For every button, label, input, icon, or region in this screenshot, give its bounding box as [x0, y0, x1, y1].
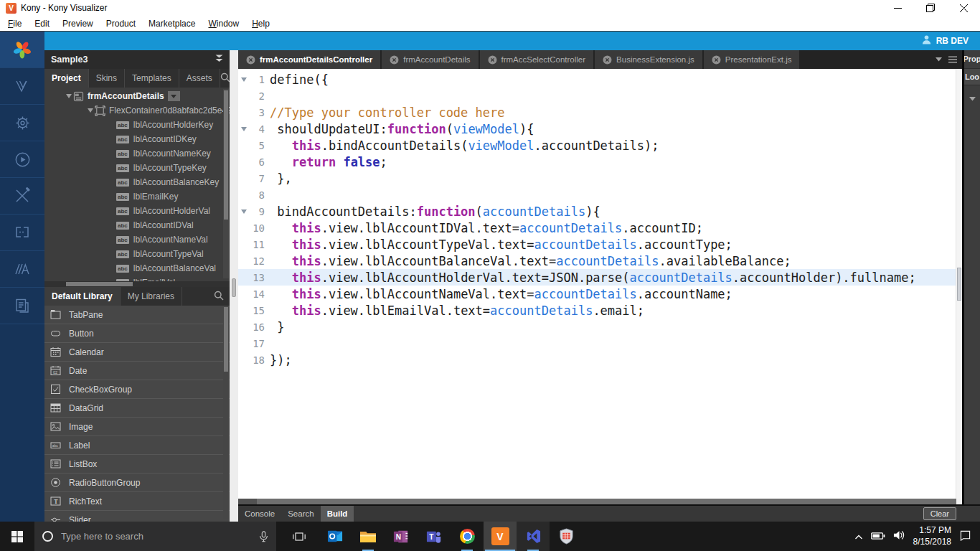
code-line[interactable]: 2: [238, 88, 962, 104]
tree-hscrollbar[interactable]: [44, 281, 230, 287]
library-tab-default-library[interactable]: Default Library: [44, 287, 121, 306]
widget-item-slider[interactable]: Slider: [44, 511, 230, 522]
code-line[interactable]: 17: [238, 335, 962, 352]
close-tab-icon[interactable]: [712, 55, 721, 65]
taskbar-app-onenote[interactable]: N: [385, 522, 418, 551]
search-icon[interactable]: [220, 72, 230, 85]
microphone-icon[interactable]: [259, 531, 268, 542]
tree-item-label-widget[interactable]: abclblAccountBalanceVal: [44, 261, 230, 276]
editor-vscrollbar[interactable]: [956, 69, 962, 499]
console-tab-console[interactable]: Console: [238, 506, 281, 522]
console-tab-build[interactable]: Build: [321, 506, 354, 522]
close-tab-icon[interactable]: [246, 55, 255, 65]
editor-hscrollbar[interactable]: [238, 499, 962, 504]
clear-button[interactable]: Clear: [923, 507, 956, 520]
menu-edit[interactable]: Edit: [28, 19, 56, 29]
menu-window[interactable]: Window: [202, 19, 245, 29]
code-line-highlighted[interactable]: 13 this.view.lblAccountHolderVal.text=JS…: [238, 269, 962, 286]
code-area[interactable]: 1define({23//Type your controller code h…: [238, 69, 962, 499]
panel-splitter[interactable]: [230, 50, 238, 522]
code-line[interactable]: 6 return false;: [238, 154, 962, 170]
editor-tab-BusinessExtension.js[interactable]: BusinessExtension.js: [595, 50, 704, 69]
sidebar-kony-home-icon[interactable]: [0, 32, 44, 68]
form-dropdown-button[interactable]: [168, 91, 180, 101]
sidebar-settings-icon[interactable]: [0, 105, 44, 141]
tree-item-label-widget[interactable]: abclblEmailVal: [44, 276, 230, 281]
code-line[interactable]: 5 this.bindAccountDetails(viewModel.acco…: [238, 137, 962, 154]
code-line[interactable]: 14 this.view.lblAccountNameVal.text=acco…: [238, 286, 962, 302]
tree-item-label-widget[interactable]: abclblAccountHolderVal: [44, 204, 230, 218]
widget-item-tabpane[interactable]: TabPane: [44, 306, 230, 324]
editor-tab-frmAccSelectController[interactable]: frmAccSelectController: [480, 50, 595, 69]
volume-icon[interactable]: [893, 530, 905, 543]
sidebar-canvas-icon[interactable]: [0, 215, 44, 251]
minimize-button[interactable]: [881, 0, 914, 16]
tree-item-label-widget[interactable]: abclblAccountIDVal: [44, 218, 230, 232]
project-tab-skins[interactable]: Skins: [89, 69, 125, 88]
scrollbar-thumb[interactable]: [957, 268, 961, 301]
menu-help[interactable]: Help: [245, 19, 276, 29]
menu-marketplace[interactable]: Marketplace: [142, 19, 202, 29]
menu-product[interactable]: Product: [100, 19, 142, 29]
code-line[interactable]: 12 this.view.lblAccountBalanceVal.text=a…: [238, 253, 962, 269]
tree-item-label-widget[interactable]: abclblAccountHolderKey: [44, 118, 230, 132]
editor-tab-PresentationExt.js[interactable]: PresentationExt.js: [704, 50, 801, 69]
code-line[interactable]: 4 shouldUpdateUI:function(viewModel){: [238, 121, 962, 137]
tree-item-label-widget[interactable]: abclblAccountNameVal: [44, 232, 230, 247]
code-line[interactable]: 7 },: [238, 170, 962, 187]
taskbar-app-teams[interactable]: T: [418, 522, 451, 551]
taskbar-search-input[interactable]: Type here to search: [34, 522, 276, 551]
code-line[interactable]: 10 this.view.lblAccountIDVal.text=accoun…: [238, 220, 962, 236]
project-tab-project[interactable]: Project: [44, 69, 89, 88]
start-button[interactable]: [0, 522, 34, 551]
tree-item-label-widget[interactable]: abclblEmailKey: [44, 189, 230, 204]
editor-tab-frmAccountDetails[interactable]: frmAccountDetails: [382, 50, 479, 69]
code-line[interactable]: 16 }: [238, 319, 962, 335]
close-tab-icon[interactable]: [488, 55, 497, 65]
tree-item-label-widget[interactable]: abclblAccountTypeKey: [44, 161, 230, 175]
chevron-down-icon[interactable]: [969, 94, 976, 103]
sidebar-build-tools-icon[interactable]: [0, 178, 44, 215]
tree-item-label-widget[interactable]: abclblAccountBalanceKey: [44, 175, 230, 189]
expander-icon[interactable]: [86, 108, 95, 113]
battery-icon[interactable]: [871, 530, 885, 543]
splitter-grip[interactable]: [232, 278, 236, 297]
sidebar-typography-icon[interactable]: [0, 251, 44, 288]
taskbar-app-outlook[interactable]: [319, 522, 352, 551]
collapse-panel-icon[interactable]: [215, 55, 223, 65]
sidebar-visualizer-icon[interactable]: [0, 68, 44, 105]
tree-item-label-widget[interactable]: abclblAccountNameKey: [44, 146, 230, 161]
code-line[interactable]: 15 this.view.lblEmailVal.text=accountDet…: [238, 302, 962, 319]
sidebar-preview-icon[interactable]: [0, 141, 44, 178]
project-tab-templates[interactable]: Templates: [125, 69, 179, 88]
widget-item-listbox[interactable]: ListBox: [44, 455, 230, 474]
close-tab-icon[interactable]: [390, 55, 399, 65]
widget-item-image[interactable]: Image: [44, 418, 230, 436]
widget-item-date[interactable]: 02Date: [44, 362, 230, 380]
widget-item-richtext[interactable]: TRichText: [44, 492, 230, 511]
tray-chevron-up-icon[interactable]: [854, 530, 863, 543]
tree-item-form[interactable]: frmAccountDetails: [44, 89, 230, 103]
close-button[interactable]: [947, 0, 980, 16]
widget-item-radiobuttongroup[interactable]: RadioButtonGroup: [44, 474, 230, 492]
code-line[interactable]: 8: [238, 187, 962, 203]
widget-item-button[interactable]: Button: [44, 324, 230, 343]
tree-vscrollbar[interactable]: [223, 89, 229, 278]
widget-item-checkboxgroup[interactable]: CheckBoxGroup: [44, 380, 230, 399]
look-tab-collapsed[interactable]: Loo: [964, 68, 980, 85]
properties-panel-collapsed[interactable]: Prop Loo: [962, 50, 980, 504]
user-account-button[interactable]: RB DEV: [921, 34, 969, 47]
widget-item-datagrid[interactable]: DataGrid: [44, 399, 230, 418]
fold-arrow-icon[interactable]: [238, 127, 250, 131]
tab-overflow-icon[interactable]: [936, 57, 942, 62]
editor-tab-frmAccountDetailsController[interactable]: frmAccountDetailsController: [238, 50, 382, 69]
console-tab-search[interactable]: Search: [281, 506, 320, 522]
taskbar-app-kony-visualizer[interactable]: V: [484, 522, 517, 551]
tree-item-label-widget[interactable]: abclblAccountIDKey: [44, 132, 230, 146]
code-line[interactable]: 9 bindAccountDetails:function(accountDet…: [238, 203, 962, 220]
code-line[interactable]: 18});: [238, 352, 962, 368]
menu-preview[interactable]: Preview: [56, 19, 100, 29]
sidebar-documents-icon[interactable]: [0, 288, 44, 324]
tree-item-label-widget[interactable]: abclblAccountTypeVal: [44, 247, 230, 261]
search-icon[interactable]: [214, 291, 224, 303]
